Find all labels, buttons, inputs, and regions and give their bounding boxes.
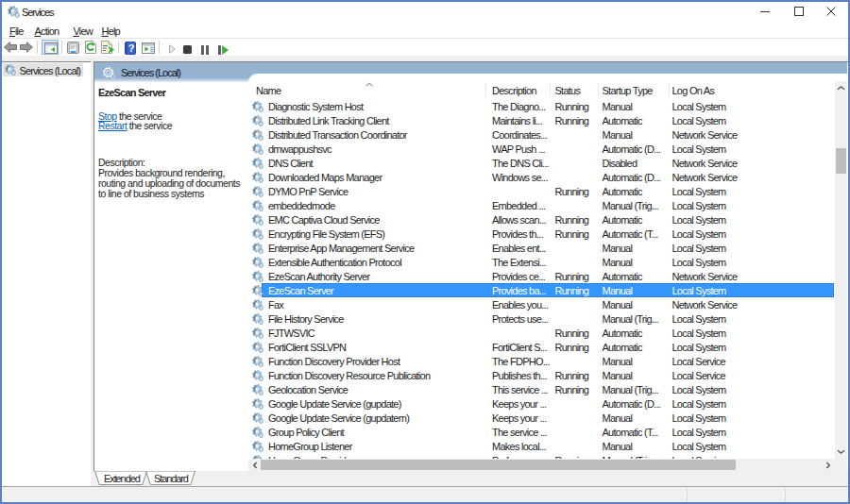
svg-text:?: ? [128, 42, 135, 54]
